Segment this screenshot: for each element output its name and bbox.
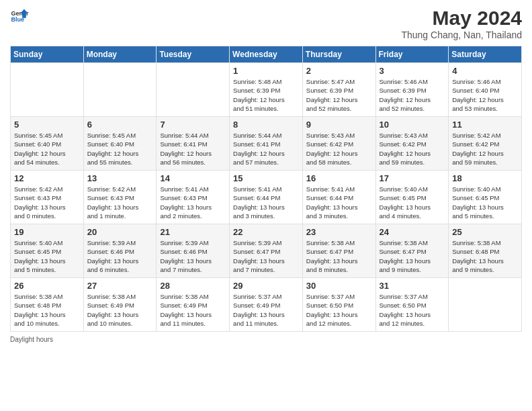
- calendar-cell: 28Sunrise: 5:38 AM Sunset: 6:49 PM Dayli…: [157, 278, 230, 332]
- day-info: Sunrise: 5:44 AM Sunset: 6:41 PM Dayligh…: [233, 131, 299, 167]
- header-friday: Friday: [375, 46, 449, 63]
- day-number: 9: [306, 120, 372, 130]
- day-number: 20: [87, 227, 153, 237]
- day-number: 15: [233, 173, 299, 183]
- logo: General Blue: [10, 7, 29, 26]
- calendar-week-3: 19Sunrise: 5:40 AM Sunset: 6:45 PM Dayli…: [11, 224, 522, 278]
- day-number: 1: [233, 66, 299, 76]
- day-info: Sunrise: 5:47 AM Sunset: 6:39 PM Dayligh…: [306, 77, 372, 113]
- calendar-header-row: SundayMondayTuesdayWednesdayThursdayFrid…: [11, 46, 522, 63]
- calendar-cell: 1Sunrise: 5:48 AM Sunset: 6:39 PM Daylig…: [230, 63, 303, 117]
- title-block: May 2024 Thung Chang, Nan, Thailand: [401, 7, 522, 40]
- calendar-cell: 5Sunrise: 5:45 AM Sunset: 6:40 PM Daylig…: [11, 117, 84, 171]
- day-number: 14: [160, 173, 226, 183]
- day-info: Sunrise: 5:39 AM Sunset: 6:47 PM Dayligh…: [233, 238, 299, 274]
- calendar-cell: 30Sunrise: 5:37 AM Sunset: 6:50 PM Dayli…: [302, 278, 375, 332]
- day-number: 25: [452, 227, 518, 237]
- page-header: General Blue May 2024 Thung Chang, Nan, …: [10, 7, 522, 40]
- header-saturday: Saturday: [449, 46, 522, 63]
- day-number: 2: [306, 66, 372, 76]
- calendar-cell: 8Sunrise: 5:44 AM Sunset: 6:41 PM Daylig…: [230, 117, 303, 171]
- calendar-cell: 14Sunrise: 5:41 AM Sunset: 6:43 PM Dayli…: [157, 171, 230, 224]
- calendar-cell: 20Sunrise: 5:39 AM Sunset: 6:46 PM Dayli…: [83, 224, 157, 278]
- day-number: 8: [233, 120, 299, 130]
- day-info: Sunrise: 5:41 AM Sunset: 6:43 PM Dayligh…: [160, 185, 226, 220]
- day-info: Sunrise: 5:46 AM Sunset: 6:40 PM Dayligh…: [452, 77, 518, 113]
- day-number: 23: [306, 227, 372, 237]
- calendar-cell: [157, 63, 230, 117]
- day-info: Sunrise: 5:44 AM Sunset: 6:41 PM Dayligh…: [160, 131, 226, 167]
- header-thursday: Thursday: [302, 46, 375, 63]
- calendar-week-4: 26Sunrise: 5:38 AM Sunset: 6:48 PM Dayli…: [11, 278, 522, 332]
- day-info: Sunrise: 5:43 AM Sunset: 6:42 PM Dayligh…: [380, 131, 445, 167]
- calendar-table: SundayMondayTuesdayWednesdayThursdayFrid…: [10, 46, 522, 332]
- day-info: Sunrise: 5:38 AM Sunset: 6:49 PM Dayligh…: [160, 292, 226, 328]
- day-number: 26: [14, 281, 80, 291]
- day-info: Sunrise: 5:42 AM Sunset: 6:42 PM Dayligh…: [452, 131, 518, 167]
- header-wednesday: Wednesday: [230, 46, 303, 63]
- day-number: 18: [452, 173, 518, 183]
- day-number: 17: [380, 173, 445, 183]
- day-number: 11: [452, 120, 518, 130]
- calendar-cell: 12Sunrise: 5:42 AM Sunset: 6:43 PM Dayli…: [11, 171, 84, 224]
- day-number: 22: [233, 227, 299, 237]
- calendar-cell: 15Sunrise: 5:41 AM Sunset: 6:44 PM Dayli…: [230, 171, 303, 224]
- calendar-cell: [11, 63, 84, 117]
- day-info: Sunrise: 5:38 AM Sunset: 6:47 PM Dayligh…: [380, 238, 445, 274]
- day-number: 28: [160, 281, 226, 291]
- day-number: 7: [160, 120, 226, 130]
- calendar-cell: 4Sunrise: 5:46 AM Sunset: 6:40 PM Daylig…: [449, 63, 522, 117]
- calendar-cell: 13Sunrise: 5:42 AM Sunset: 6:43 PM Dayli…: [83, 171, 157, 224]
- day-info: Sunrise: 5:48 AM Sunset: 6:39 PM Dayligh…: [233, 77, 299, 113]
- day-number: 4: [452, 66, 518, 76]
- calendar-cell: 25Sunrise: 5:38 AM Sunset: 6:48 PM Dayli…: [449, 224, 522, 278]
- calendar-cell: 31Sunrise: 5:37 AM Sunset: 6:50 PM Dayli…: [375, 278, 449, 332]
- calendar-cell: 21Sunrise: 5:39 AM Sunset: 6:46 PM Dayli…: [157, 224, 230, 278]
- day-number: 10: [380, 120, 445, 130]
- calendar-cell: [449, 278, 522, 332]
- day-number: 31: [380, 281, 445, 291]
- location: Thung Chang, Nan, Thailand: [401, 30, 522, 40]
- calendar-cell: 9Sunrise: 5:43 AM Sunset: 6:42 PM Daylig…: [302, 117, 375, 171]
- calendar-cell: 29Sunrise: 5:37 AM Sunset: 6:49 PM Dayli…: [230, 278, 303, 332]
- month-year: May 2024: [401, 7, 522, 30]
- day-number: 24: [380, 227, 445, 237]
- header-monday: Monday: [83, 46, 157, 63]
- calendar-week-1: 5Sunrise: 5:45 AM Sunset: 6:40 PM Daylig…: [11, 117, 522, 171]
- calendar-cell: 3Sunrise: 5:46 AM Sunset: 6:39 PM Daylig…: [375, 63, 449, 117]
- calendar-cell: 2Sunrise: 5:47 AM Sunset: 6:39 PM Daylig…: [302, 63, 375, 117]
- day-number: 19: [14, 227, 80, 237]
- day-number: 29: [233, 281, 299, 291]
- day-info: Sunrise: 5:45 AM Sunset: 6:40 PM Dayligh…: [87, 131, 153, 167]
- daylight-label: Daylight hours: [10, 336, 53, 343]
- day-number: 6: [87, 120, 153, 130]
- day-info: Sunrise: 5:45 AM Sunset: 6:40 PM Dayligh…: [14, 131, 80, 167]
- day-info: Sunrise: 5:42 AM Sunset: 6:43 PM Dayligh…: [87, 185, 153, 220]
- day-number: 30: [306, 281, 372, 291]
- day-number: 16: [306, 173, 372, 183]
- calendar-cell: [83, 63, 157, 117]
- day-info: Sunrise: 5:37 AM Sunset: 6:50 PM Dayligh…: [306, 292, 372, 328]
- calendar-cell: 10Sunrise: 5:43 AM Sunset: 6:42 PM Dayli…: [375, 117, 449, 171]
- calendar-week-2: 12Sunrise: 5:42 AM Sunset: 6:43 PM Dayli…: [11, 171, 522, 224]
- calendar-cell: 19Sunrise: 5:40 AM Sunset: 6:45 PM Dayli…: [11, 224, 84, 278]
- calendar-cell: 22Sunrise: 5:39 AM Sunset: 6:47 PM Dayli…: [230, 224, 303, 278]
- day-info: Sunrise: 5:41 AM Sunset: 6:44 PM Dayligh…: [306, 185, 372, 220]
- day-info: Sunrise: 5:41 AM Sunset: 6:44 PM Dayligh…: [233, 185, 299, 220]
- calendar-cell: 16Sunrise: 5:41 AM Sunset: 6:44 PM Dayli…: [302, 171, 375, 224]
- day-info: Sunrise: 5:38 AM Sunset: 6:48 PM Dayligh…: [14, 292, 80, 328]
- day-number: 13: [87, 173, 153, 183]
- calendar-cell: 23Sunrise: 5:38 AM Sunset: 6:47 PM Dayli…: [302, 224, 375, 278]
- calendar-cell: 11Sunrise: 5:42 AM Sunset: 6:42 PM Dayli…: [449, 117, 522, 171]
- calendar-cell: 6Sunrise: 5:45 AM Sunset: 6:40 PM Daylig…: [83, 117, 157, 171]
- day-info: Sunrise: 5:43 AM Sunset: 6:42 PM Dayligh…: [306, 131, 372, 167]
- calendar-week-0: 1Sunrise: 5:48 AM Sunset: 6:39 PM Daylig…: [11, 63, 522, 117]
- calendar-cell: 26Sunrise: 5:38 AM Sunset: 6:48 PM Dayli…: [11, 278, 84, 332]
- calendar-cell: 24Sunrise: 5:38 AM Sunset: 6:47 PM Dayli…: [375, 224, 449, 278]
- logo-icon: General Blue: [10, 7, 29, 26]
- day-info: Sunrise: 5:39 AM Sunset: 6:46 PM Dayligh…: [87, 238, 153, 274]
- day-info: Sunrise: 5:46 AM Sunset: 6:39 PM Dayligh…: [380, 77, 445, 113]
- day-number: 21: [160, 227, 226, 237]
- day-info: Sunrise: 5:42 AM Sunset: 6:43 PM Dayligh…: [14, 185, 80, 220]
- day-info: Sunrise: 5:39 AM Sunset: 6:46 PM Dayligh…: [160, 238, 226, 274]
